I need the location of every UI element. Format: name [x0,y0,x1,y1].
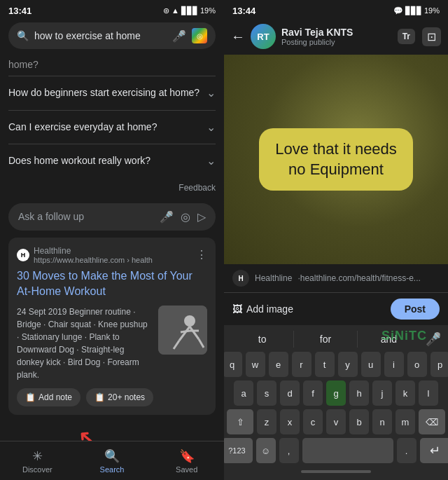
note-icon: 📋 [25,392,36,402]
result-desc-text: Beginner routine · Bridge · Chair squat … [17,307,148,380]
nav-saved[interactable]: 🔖 Saved [149,441,224,480]
suggestion-and[interactable]: and [358,331,420,348]
follow-up-input[interactable]: Ask a follow up [18,211,154,222]
result-more-icon[interactable]: ⋮ [196,248,207,261]
key-w[interactable]: w [246,352,265,377]
search-icon: 🔍 [17,30,29,41]
signal-icon: ▊▊▊ [181,6,198,15]
back-button[interactable]: ← [231,29,245,45]
status-time-right: 13:44 [232,6,255,16]
key-o[interactable]: o [407,352,427,377]
sticker-button[interactable]: ⊡ [422,27,441,46]
post-label: Post [405,303,426,315]
key-u[interactable]: u [361,352,381,377]
result-source: H Healthline https://www.healthline.com … [17,246,207,264]
source-bar-name: Healthline [255,273,292,283]
result-source-left: H Healthline https://www.healthline.com … [17,246,153,264]
space-key[interactable] [302,438,393,463]
status-bar-left: 13:41 ⊛ ▲ ▊▊▊ 19% [0,0,224,20]
nav-discover-label: Discover [22,465,52,474]
feedback-label[interactable]: Feedback [178,183,216,193]
camera-follow-icon[interactable]: ◎ [181,210,190,224]
key-y[interactable]: y [338,352,358,377]
key-g[interactable]: g [326,380,346,406]
key-j[interactable]: j [372,380,392,406]
add-image-label: Add image [246,303,293,315]
accordion-question-3: Does home workout really work? [8,154,201,168]
source-url: https://www.healthline.com › health [34,256,153,264]
key-z[interactable]: z [257,409,276,434]
keyboard: to for and 🎤 q w e r t y u i o p a s d f… [224,325,448,480]
add-image-button[interactable]: 🖼 Add image [232,303,293,315]
kbd-row-4: ?123 ☺ , . ↵ [227,438,445,463]
key-k[interactable]: k [396,380,415,406]
key-q[interactable]: q [224,352,242,377]
key-s[interactable]: s [257,380,276,406]
key-v[interactable]: v [326,409,346,434]
result-date: 24 Sept 2019 [17,307,66,317]
shift-key[interactable]: ⇧ [227,409,253,434]
key-p[interactable]: p [430,352,449,377]
key-b[interactable]: b [349,409,369,434]
user-subtitle: Posting publicly [281,38,392,46]
kbd-row-3: ⇧ z x c v b n m ⌫ [227,409,445,434]
key-c[interactable]: c [303,409,323,434]
svg-point-1 [184,315,195,327]
numbers-key[interactable]: ?123 [224,438,253,463]
accordion-item-1[interactable]: How do beginners start exercising at hom… [8,76,216,110]
fade-top-text: home? [8,56,216,76]
add-note-button[interactable]: 📋 Add note [17,388,80,406]
suggestion-to[interactable]: to [231,331,294,348]
search-query: how to exercise at home [34,30,167,41]
key-x[interactable]: x [280,409,300,434]
mic-follow-icon[interactable]: 🎤 [160,210,174,224]
healthline-favicon: H [17,249,29,261]
signal-icon-right: ▊▊▊ [405,6,422,15]
key-d[interactable]: d [280,380,300,406]
key-h[interactable]: h [349,380,369,406]
period-key[interactable]: . [397,438,416,463]
status-icons-right: 💬 ▊▊▊ 19% [393,6,440,15]
key-a[interactable]: a [234,380,253,406]
follow-up-icons: 🎤 ◎ ▷ [160,210,206,224]
follow-up-bar[interactable]: Ask a follow up 🎤 ◎ ▷ [8,203,216,231]
speech-bubble[interactable]: Love that it needs no Equipment [259,128,413,191]
backspace-key[interactable]: ⌫ [419,409,445,434]
feedback-row: Feedback [8,178,216,199]
nav-search[interactable]: 🔍 Search [75,441,150,480]
result-title[interactable]: 30 Moves to Make the Most of Your At-Hom… [17,268,207,300]
source-bar-url: ·healthline.com/health/fitness-e... [298,273,420,283]
status-time: 13:41 [8,6,31,16]
emoji-key[interactable]: ☺ [256,438,276,463]
key-f[interactable]: f [303,380,323,406]
accordion-item-2[interactable]: Can I exercise everyday at home? ⌄ [8,110,216,144]
mic-icon[interactable]: 🎤 [172,29,186,43]
lens-icon[interactable]: ◎ [192,28,207,43]
key-r[interactable]: r [292,352,312,377]
top-bar-actions: Tr ⊡ [398,27,441,46]
suggestion-for[interactable]: for [294,331,357,348]
key-e[interactable]: e [269,352,288,377]
search-bar[interactable]: 🔍 how to exercise at home 🎤 ◎ [8,22,216,49]
red-arrow: ➜ [73,423,100,441]
user-info: Ravi Teja KNTS Posting publicly [281,27,392,46]
kbd-row-2: a s d f g h j k l [227,380,445,406]
comma-key[interactable]: , [279,438,299,463]
nav-discover[interactable]: ✳ Discover [0,441,75,480]
key-i[interactable]: i [384,352,404,377]
notes-count-button[interactable]: 📋 20+ notes [86,388,153,406]
key-l[interactable]: l [419,380,438,406]
key-m[interactable]: m [396,409,415,434]
enter-key[interactable]: ↵ [420,438,449,463]
accordion-item-3[interactable]: Does home workout really work? ⌄ [8,144,216,178]
send-follow-icon[interactable]: ▷ [197,210,206,224]
key-n[interactable]: n [372,409,392,434]
add-image-icon: 🖼 [232,303,242,315]
text-format-button[interactable]: Tr [398,29,415,44]
key-t[interactable]: t [315,352,335,377]
kbd-mic-icon[interactable]: 🎤 [420,331,441,347]
notes-label: 20+ notes [108,392,145,402]
source-name: Healthline [34,246,153,256]
post-button[interactable]: Post [391,299,440,320]
kbd-suggestions: to for and [231,331,420,348]
